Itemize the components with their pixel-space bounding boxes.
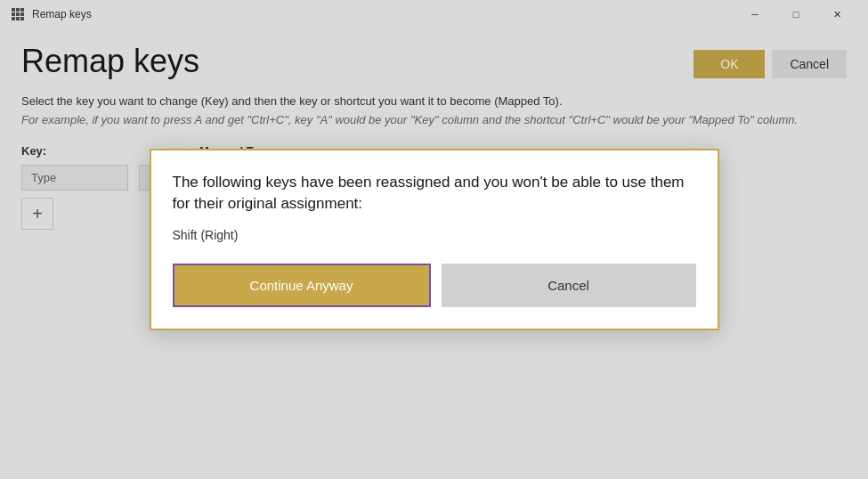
window: Remap keys ─ □ ✕ Remap keys OK Cancel Se… <box>0 0 868 479</box>
modal-message: The following keys have been reassigned … <box>173 172 696 215</box>
modal-buttons: Continue Anyway Cancel <box>173 264 696 307</box>
modal-overlay: The following keys have been reassigned … <box>0 0 868 479</box>
modal-key-name: Shift (Right) <box>173 228 696 242</box>
modal-dialog: The following keys have been reassigned … <box>150 149 719 331</box>
cancel-modal-button[interactable]: Cancel <box>442 264 696 307</box>
continue-anyway-button[interactable]: Continue Anyway <box>173 264 431 307</box>
